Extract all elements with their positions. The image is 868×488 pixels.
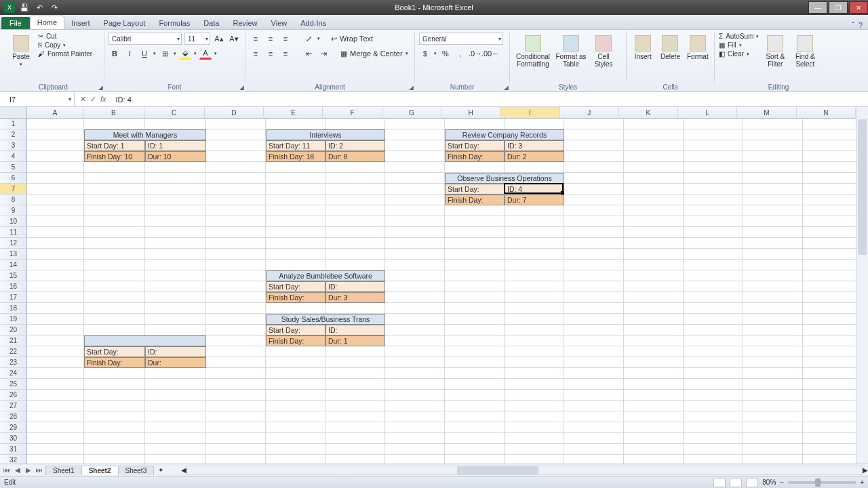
task-cell[interactable]: Finish Day: bbox=[445, 195, 505, 205]
underline-button[interactable]: U bbox=[138, 47, 151, 60]
horizontal-scrollbar[interactable]: ◀▶ bbox=[181, 466, 868, 475]
zoom-in-button[interactable]: + bbox=[860, 479, 864, 486]
format-as-table-button[interactable]: Format as Table bbox=[555, 33, 587, 68]
column-headers[interactable]: ABCDEFGHIJKLMN bbox=[27, 107, 856, 119]
task-cell[interactable]: ID: bbox=[326, 325, 385, 336]
percent-button[interactable]: % bbox=[439, 47, 452, 60]
normal-view-button[interactable] bbox=[713, 478, 726, 487]
orientation-icon[interactable]: ⤢ bbox=[302, 33, 315, 45]
format-cells-button[interactable]: Format bbox=[686, 33, 710, 60]
tab-file[interactable]: File bbox=[1, 17, 30, 29]
row-header-4[interactable]: 4 bbox=[0, 151, 26, 162]
next-sheet-icon[interactable]: ▶ bbox=[23, 466, 34, 474]
font-name-dropdown[interactable]: Calibri bbox=[108, 33, 182, 45]
align-left-icon[interactable]: ≡ bbox=[250, 47, 262, 60]
sheet-tab-2[interactable]: Sheet2 bbox=[81, 466, 119, 475]
task-header[interactable]: Review Company Records bbox=[445, 129, 564, 140]
col-header-N[interactable]: N bbox=[797, 107, 856, 118]
fx-icon[interactable]: fx bbox=[100, 95, 106, 104]
task-cell[interactable]: Finish Day: 18 bbox=[266, 151, 326, 162]
col-header-D[interactable]: D bbox=[205, 107, 264, 118]
tab-review[interactable]: Review bbox=[226, 17, 264, 29]
find-select-button[interactable]: Find & Select bbox=[791, 33, 818, 68]
tab-home[interactable]: Home bbox=[30, 16, 64, 29]
col-header-A[interactable]: A bbox=[27, 107, 83, 118]
task-cell[interactable]: ID: 1 bbox=[145, 140, 206, 151]
task-cell[interactable]: Start Day: 11 bbox=[266, 140, 326, 151]
task-cell[interactable]: ID: 4 bbox=[505, 184, 564, 195]
col-header-I[interactable]: I bbox=[500, 107, 559, 118]
border-button[interactable]: ⊞ bbox=[159, 47, 171, 60]
row-header-25[interactable]: 25 bbox=[0, 379, 26, 390]
tab-view[interactable]: View bbox=[264, 17, 294, 29]
task-cell[interactable]: Start Day: bbox=[84, 346, 145, 357]
row-header-22[interactable]: 22 bbox=[0, 346, 26, 357]
task-cell[interactable]: ID: bbox=[145, 346, 206, 357]
align-top-icon[interactable]: ≡ bbox=[250, 33, 262, 45]
task-cell[interactable]: Dur: 8 bbox=[326, 151, 385, 162]
alignment-launcher[interactable]: ◢ bbox=[409, 84, 414, 91]
tab-page-layout[interactable]: Page Layout bbox=[97, 17, 153, 29]
task-cell[interactable]: Dur: 10 bbox=[145, 151, 206, 162]
minimize-ribbon-icon[interactable]: ˆ bbox=[852, 21, 854, 29]
row-header-13[interactable]: 13 bbox=[0, 249, 26, 260]
comma-button[interactable]: , bbox=[454, 47, 467, 60]
redo-icon[interactable]: ↷ bbox=[49, 2, 60, 13]
task-cell[interactable]: Finish Day: bbox=[445, 151, 505, 162]
task-cell[interactable]: Start Day: 1 bbox=[84, 140, 145, 151]
cut-button[interactable]: ✂Cut bbox=[38, 33, 92, 40]
number-launcher[interactable]: ◢ bbox=[504, 84, 509, 91]
row-header-27[interactable]: 27 bbox=[0, 401, 26, 411]
insert-cells-button[interactable]: Insert bbox=[631, 33, 655, 60]
row-header-31[interactable]: 31 bbox=[0, 444, 26, 455]
task-cell[interactable]: Start Day: bbox=[266, 325, 326, 336]
align-center-icon[interactable]: ≡ bbox=[264, 47, 277, 60]
align-bottom-icon[interactable]: ≡ bbox=[279, 33, 292, 45]
increase-indent-icon[interactable]: ⇥ bbox=[317, 47, 330, 60]
task-cell[interactable]: Finish Day: 10 bbox=[84, 151, 145, 162]
task-cell[interactable]: Dur: 2 bbox=[505, 151, 564, 162]
task-cell[interactable]: Finish Day: bbox=[266, 336, 326, 346]
tab-data[interactable]: Data bbox=[197, 17, 226, 29]
clipboard-launcher[interactable]: ◢ bbox=[98, 84, 103, 91]
task-header[interactable]: Interviews bbox=[266, 129, 385, 140]
maximize-button[interactable]: ❐ bbox=[829, 1, 848, 14]
sheet-tab-3[interactable]: Sheet3 bbox=[118, 466, 155, 475]
row-header-12[interactable]: 12 bbox=[0, 238, 26, 249]
prev-sheet-icon[interactable]: ◀ bbox=[12, 466, 23, 474]
task-cell[interactable]: Dur: bbox=[145, 357, 206, 368]
task-header[interactable]: Study Sales/Business Trans bbox=[266, 314, 385, 325]
task-cell[interactable]: ID: bbox=[326, 281, 385, 292]
fill-button[interactable]: ▦Fill▾ bbox=[719, 41, 759, 49]
task-header[interactable]: Analyze Bumblebee Software bbox=[266, 270, 385, 281]
task-header[interactable] bbox=[84, 336, 206, 346]
sort-filter-button[interactable]: Sort & Filter bbox=[762, 33, 789, 68]
row-header-10[interactable]: 10 bbox=[0, 216, 26, 227]
last-sheet-icon[interactable]: ⏭ bbox=[34, 466, 45, 474]
col-header-M[interactable]: M bbox=[737, 107, 796, 118]
tab-insert[interactable]: Insert bbox=[64, 17, 97, 29]
spreadsheet-grid[interactable]: ABCDEFGHIJKLMN 1234567891011121314151617… bbox=[0, 107, 868, 464]
align-right-icon[interactable]: ≡ bbox=[279, 47, 292, 60]
new-sheet-icon[interactable]: ✦ bbox=[154, 466, 167, 474]
accounting-button[interactable]: $ bbox=[419, 47, 431, 60]
conditional-formatting-button[interactable]: Conditional Formatting bbox=[514, 33, 552, 68]
autosum-button[interactable]: ΣAutoSum▾ bbox=[719, 33, 759, 40]
row-header-11[interactable]: 11 bbox=[0, 227, 26, 238]
cell-styles-button[interactable]: Cell Styles bbox=[590, 33, 617, 68]
col-header-F[interactable]: F bbox=[323, 107, 382, 118]
row-header-15[interactable]: 15 bbox=[0, 270, 26, 281]
task-cell[interactable]: Finish Day: bbox=[84, 357, 145, 368]
row-header-29[interactable]: 29 bbox=[0, 422, 26, 433]
row-header-9[interactable]: 9 bbox=[0, 205, 26, 216]
row-header-21[interactable]: 21 bbox=[0, 336, 26, 346]
row-headers[interactable]: 1234567891011121314151617181920212223242… bbox=[0, 119, 27, 464]
col-header-J[interactable]: J bbox=[560, 107, 619, 118]
font-size-dropdown[interactable]: 11 bbox=[184, 33, 210, 45]
minimize-button[interactable]: — bbox=[808, 1, 827, 14]
enter-icon[interactable]: ✓ bbox=[90, 95, 96, 104]
formula-input[interactable]: ID: 4 bbox=[112, 96, 868, 104]
first-sheet-icon[interactable]: ⏮ bbox=[1, 466, 12, 474]
decrease-indent-icon[interactable]: ⇤ bbox=[302, 47, 315, 60]
undo-icon[interactable]: ↶ bbox=[34, 2, 45, 13]
